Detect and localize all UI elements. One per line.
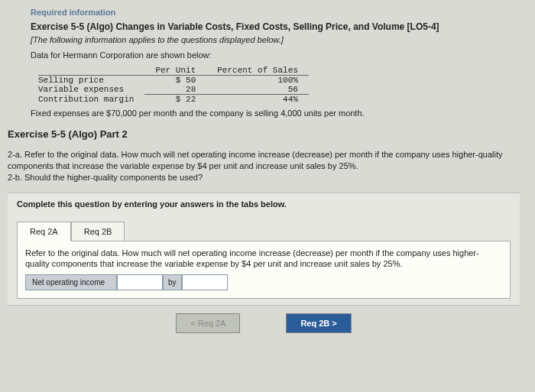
- net-operating-income-label: Net operating income: [25, 274, 117, 290]
- complete-instruction: Complete this question by entering your …: [17, 199, 511, 209]
- by-label: by: [163, 274, 182, 290]
- table-row: Variable expenses 28 56: [38, 85, 309, 95]
- data-table: Per Unit Percent of Sales Selling price …: [38, 66, 309, 104]
- tab-panel: Refer to the original data. How much wil…: [17, 241, 511, 300]
- col-percent-sales: Percent of Sales: [206, 66, 309, 76]
- question-text: 2-a. Refer to the original data. How muc…: [8, 149, 520, 183]
- col-per-unit: Per Unit: [144, 66, 206, 76]
- exercise-title: Exercise 5-5 (Algo) Changes in Variable …: [31, 21, 520, 32]
- panel-question-text: Refer to the original data. How much wil…: [25, 248, 502, 271]
- next-req-button[interactable]: Req 2B >: [286, 313, 351, 333]
- part-title: Exercise 5-5 (Algo) Part 2: [8, 128, 520, 140]
- required-info-label: Required information: [31, 8, 520, 17]
- table-row: Contribution margin $ 22 44%: [38, 95, 309, 105]
- answer-box: Complete this question by entering your …: [8, 193, 520, 306]
- tabs: Req 2A Req 2B: [17, 221, 511, 241]
- amount-input[interactable]: [182, 274, 228, 290]
- prev-req-button[interactable]: < Req 2A: [176, 313, 240, 333]
- tab-req-2a[interactable]: Req 2A: [17, 222, 71, 241]
- fixed-expenses-line: Fixed expenses are $70,000 per month and…: [31, 109, 520, 118]
- input-row: Net operating income by: [25, 274, 502, 290]
- data-intro: Data for Hermann Corporation are shown b…: [31, 50, 520, 60]
- direction-input[interactable]: [117, 274, 163, 290]
- table-row: Selling price $ 50 100%: [38, 76, 309, 86]
- applies-note: [The following information applies to th…: [31, 35, 520, 44]
- tab-req-2b[interactable]: Req 2B: [71, 222, 125, 241]
